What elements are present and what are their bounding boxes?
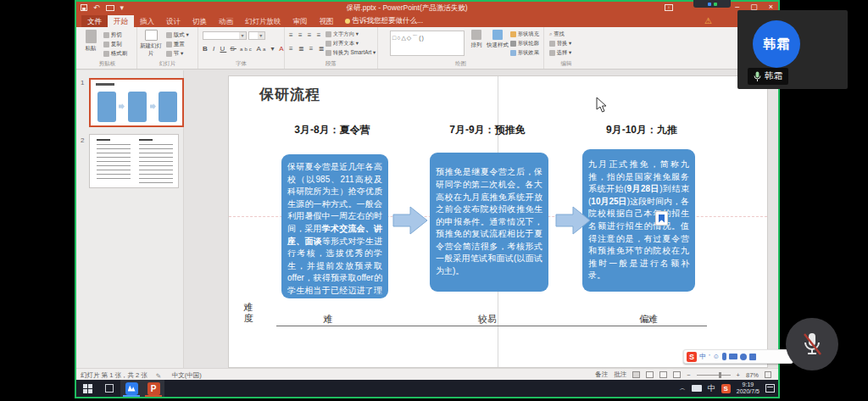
presenter-share-icon[interactable]: ↑	[665, 4, 673, 11]
quick-styles-button[interactable]: 快速样式	[487, 30, 509, 49]
shape-fill-button[interactable]: 形状填充	[518, 31, 539, 36]
notes-button[interactable]: 备注	[595, 370, 608, 379]
soft-keyboard-icon[interactable]	[729, 354, 737, 359]
font-format-buttons[interactable]: B I U S abc Aa ▾ A	[203, 44, 286, 54]
tab-review[interactable]: 审阅	[287, 15, 314, 27]
select-button[interactable]: 选择	[557, 49, 568, 55]
save-icon[interactable]	[81, 4, 87, 11]
section-button[interactable]: 节	[174, 50, 180, 56]
fit-to-window-icon[interactable]	[765, 371, 771, 378]
slide-canvas[interactable]: 保研流程 3月-8月：夏令营 7月-9月：预推免 9月-10月：九推 保研夏令营…	[229, 76, 767, 367]
font-name-select[interactable]: ▾	[203, 31, 247, 40]
view-normal-icon[interactable]	[632, 371, 640, 378]
slideshow-icon[interactable]	[106, 5, 114, 11]
spellcheck-icon[interactable]: ✎	[156, 372, 164, 379]
tab-slideshow[interactable]: 幻灯片放映	[239, 15, 287, 27]
task-view-button[interactable]	[98, 380, 120, 397]
column-header-summer-camp[interactable]: 3月-8月：夏令营	[269, 123, 396, 137]
undo-icon[interactable]: ↶	[93, 3, 100, 12]
clock[interactable]: 9:19 2020/7/5	[737, 382, 760, 395]
text-box-september[interactable]: 九月正式推免，简称九推，指的是国家推免服务系统开始(9月28日)到结束(10月2…	[582, 149, 695, 292]
tab-animations[interactable]: 动画	[213, 15, 239, 27]
sogou-logo-icon[interactable]: S	[687, 352, 697, 362]
arrange-button[interactable]: 排列	[468, 30, 485, 49]
shape-fill-icon	[510, 31, 516, 37]
view-reading-icon[interactable]	[659, 371, 667, 378]
align-text-button[interactable]: 对齐文本	[333, 40, 354, 46]
tab-view[interactable]: 视图	[314, 15, 340, 27]
shape-outline-icon	[510, 41, 516, 47]
bookmark-icon[interactable]	[655, 211, 668, 226]
start-button[interactable]	[76, 380, 98, 397]
quick-access-toolbar: ↶ ▾	[81, 3, 124, 12]
new-slide-button[interactable]: 新建幻灯片	[139, 30, 163, 58]
arrow-right-icon[interactable]	[554, 203, 592, 237]
zoom-slider[interactable]	[697, 375, 731, 376]
zoom-out-button[interactable]: −	[687, 371, 690, 379]
language-indicator[interactable]: 中文(中国)	[172, 371, 202, 380]
tray-expand-icon[interactable]: ︿	[680, 384, 686, 393]
arrow-right-icon[interactable]	[392, 203, 429, 237]
action-center-icon[interactable]	[765, 384, 775, 393]
shape-effects-button[interactable]: 形状效果	[518, 49, 539, 55]
align-buttons[interactable]: ≡ ≣ ≡ ≣	[289, 44, 326, 53]
shape-outline-button[interactable]: 形状轮廓	[518, 40, 539, 46]
touch-keyboard-icon[interactable]	[692, 385, 702, 392]
view-sorter-icon[interactable]	[646, 371, 654, 378]
windows-logo-icon	[83, 384, 92, 393]
reset-button[interactable]: 重置	[174, 41, 185, 47]
difficulty-axis-label[interactable]: 难度	[242, 302, 254, 323]
share-toolbar-fragment[interactable]	[693, 0, 731, 8]
powerpoint-icon: P	[147, 382, 160, 395]
skin-icon[interactable]	[740, 354, 747, 360]
font-size-select[interactable]: ▾	[248, 31, 265, 40]
column-header-pre-exemption[interactable]: 7月-9月：预推免	[424, 123, 551, 137]
qat-customize-icon[interactable]: ▾	[120, 3, 125, 12]
tell-me-box[interactable]: 告诉我您想要做什么...	[340, 15, 429, 27]
format-painter-button[interactable]: 格式刷	[111, 50, 128, 56]
sogou-tray-icon[interactable]: S	[721, 384, 731, 393]
tab-transitions[interactable]: 切换	[186, 15, 213, 27]
difficulty-line	[276, 326, 707, 326]
slide-title[interactable]: 保研流程	[259, 85, 320, 104]
taskbar-meeting-app[interactable]	[120, 380, 142, 397]
zoom-level[interactable]: 87%	[746, 371, 759, 379]
paste-button[interactable]: 粘贴	[81, 30, 100, 53]
copy-button[interactable]: 复制	[111, 41, 122, 47]
smartart-button[interactable]: 转换为 SmartArt	[333, 49, 371, 55]
shapes-gallery[interactable]: □○△◇⌒()	[390, 31, 465, 56]
text-box-pre-exemption[interactable]: 预推免是继夏令营之后，保研同学的第二次机会。各大高校在九月底推免系统开放之前会发…	[430, 153, 548, 292]
text-direction-button[interactable]: 文字方向	[333, 31, 354, 36]
taskbar-powerpoint[interactable]: P	[142, 380, 164, 397]
toolbox-icon[interactable]	[749, 354, 756, 360]
sogou-input-toolbar[interactable]: S 中 ’ ☺	[683, 349, 793, 364]
emoji-icon[interactable]: ☺	[713, 352, 720, 362]
layout-button[interactable]: 版式	[174, 31, 185, 37]
comments-button[interactable]: 批注	[614, 370, 626, 379]
cut-button[interactable]: 剪切	[111, 31, 122, 37]
list-buttons[interactable]: ≡ ≡ ≡ ≡	[289, 31, 322, 40]
chinese-mode-icon[interactable]: 中	[699, 352, 706, 362]
punctuation-icon[interactable]: ’	[709, 352, 710, 362]
text-box-summer-camp[interactable]: 保研夏令营是近几年各高校（以985、211高校及科研院所为主）抢夺优质生源的一种…	[281, 154, 388, 298]
participant-video-tile[interactable]: 韩霜 韩霜	[737, 10, 848, 89]
slide-2-number: 2	[81, 136, 84, 144]
column-header-september[interactable]: 9月-10月：九推	[578, 123, 705, 137]
slide-counter: 幻灯片 第 1 张，共 2 张	[81, 371, 147, 380]
find-button[interactable]: 查找	[554, 31, 565, 36]
mute-microphone-button[interactable]	[786, 318, 838, 370]
view-slideshow-icon[interactable]	[673, 371, 681, 378]
zoom-in-button[interactable]: +	[737, 371, 740, 379]
input-language-indicator[interactable]: 中	[708, 383, 715, 394]
tab-file[interactable]: 文件	[81, 15, 108, 27]
tab-insert[interactable]: 插入	[134, 15, 160, 27]
participant-name-tag: 韩霜	[748, 68, 788, 85]
slide-1-thumbnail[interactable]	[89, 78, 184, 127]
participant-avatar: 韩霜	[753, 20, 800, 68]
tab-home[interactable]: 开始	[108, 15, 134, 27]
voice-input-icon[interactable]	[722, 353, 726, 360]
replace-button[interactable]: 替换	[557, 40, 568, 46]
slide-2-thumbnail[interactable]	[89, 134, 179, 188]
toolbar-dot-icon	[714, 3, 717, 6]
tab-design[interactable]: 设计	[160, 15, 186, 27]
